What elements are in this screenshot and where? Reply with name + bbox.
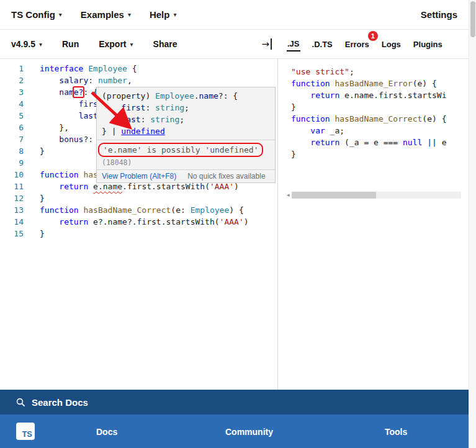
code-token: salary [59, 76, 88, 85]
errors-count-badge: 1 [368, 31, 378, 41]
run-button[interactable]: Run [62, 39, 79, 49]
line-number: 8 [0, 145, 24, 157]
export-button[interactable]: Export ▾ [99, 39, 133, 49]
code-line: 15} [0, 228, 277, 240]
code-token: { [127, 64, 137, 73]
code-token [291, 126, 310, 135]
ts-logo[interactable]: TS [16, 423, 35, 440]
footer-link-docs[interactable]: Docs [96, 427, 117, 437]
code-line: first: string; [102, 102, 270, 114]
version-selector[interactable]: v4.9.5 ▾ [11, 39, 42, 49]
code-token: : [88, 76, 98, 85]
tab-plugins[interactable]: Plugins [413, 38, 443, 51]
line-number: 1 [0, 63, 24, 74]
nav-examples[interactable]: Examples ▾ [81, 9, 131, 20]
scrollbar-track[interactable] [292, 192, 461, 199]
search-docs-bar[interactable]: Search Docs [0, 390, 469, 414]
editor-toolbar: v4.9.5 ▾ Run Export ▾ Share → [0, 30, 278, 58]
code-token: nam [59, 87, 73, 97]
code-token: hasBadName_Correct [83, 205, 171, 215]
code-token: (e: [171, 205, 190, 215]
code-line: } [291, 148, 464, 160]
code-token: function [40, 170, 79, 179]
collapse-sidebar-icon[interactable]: → [261, 38, 272, 50]
code-token: ) [234, 182, 239, 191]
code-token: (e) { [413, 79, 437, 88]
code-editor[interactable]: 1interface Employee {2 salary: number,3 … [0, 59, 278, 390]
tab-logs[interactable]: Logs [381, 38, 402, 51]
code-token: hasBadName_Correct [335, 114, 422, 123]
line-number: 7 [0, 133, 24, 145]
tooltip-actions-bar: View Problem (Alt+F8) No quick fixes ava… [97, 169, 275, 182]
code-token: e.name [93, 182, 122, 191]
vertical-scrollbar-thumb[interactable] [470, 1, 475, 37]
output-tabs: .JS .D.TS Errors 1 Logs Plugins [278, 30, 469, 58]
tab-dts[interactable]: .D.TS [312, 38, 333, 51]
code-token: .first.startsWith( [122, 182, 210, 191]
line-number: 5 [0, 110, 24, 122]
code-token [40, 182, 59, 191]
tab-js[interactable]: .JS [287, 37, 300, 52]
code-token: e? [74, 87, 84, 97]
view-problem-link[interactable]: View Problem (Alt+F8) [102, 172, 176, 181]
code-token [102, 115, 121, 124]
line-number: 13 [0, 204, 24, 216]
nav-ts-config[interactable]: TS Config ▾ [11, 9, 62, 20]
code-token: first [121, 103, 145, 112]
code-token: hasBadName_Error [335, 79, 412, 88]
code-token: "use strict" [291, 67, 349, 76]
code-token: 'AAA' [210, 182, 234, 191]
code-token: last [79, 111, 98, 120]
code-token: Employee [88, 64, 127, 73]
footer-link-tools[interactable]: Tools [385, 427, 407, 437]
code-token: , [127, 76, 132, 85]
output-horizontal-scrollbar: ◂ [287, 191, 461, 199]
code-token: } [291, 150, 296, 159]
error-message: 'e.name' is possibly 'undefined' [98, 143, 263, 157]
line-number: 11 [0, 181, 24, 192]
search-icon [16, 398, 25, 407]
line-number: 3 [0, 86, 24, 98]
settings-button[interactable]: Settings [421, 9, 457, 20]
code-token: function [40, 205, 79, 215]
code-token: ) [244, 217, 249, 226]
search-docs-label: Search Docs [32, 397, 88, 408]
nav-examples-label: Examples [81, 9, 124, 20]
code-token: string [150, 115, 179, 124]
code-token: || e [422, 138, 446, 147]
code-token: var [310, 126, 325, 135]
code-token [88, 182, 93, 191]
code-line: 12} [0, 192, 277, 204]
code-token: } [291, 102, 296, 112]
footer-link-community[interactable]: Community [225, 427, 273, 437]
code-token: number [98, 76, 127, 85]
line-number: 10 [0, 169, 24, 181]
js-output-panel[interactable]: "use strict";function hasBadName_Error(e… [278, 59, 469, 390]
code-token [291, 91, 310, 100]
code-token [40, 99, 79, 109]
version-label: v4.9.5 [11, 39, 35, 49]
code-token: ; [179, 115, 184, 124]
site-footer: TS Docs Community Tools [0, 414, 469, 448]
code-line: } [291, 101, 464, 113]
export-label: Export [99, 39, 126, 49]
scrollbar-thumb[interactable] [292, 192, 377, 199]
share-button[interactable]: Share [153, 39, 177, 49]
code-line: return e.name.first.startsWi [291, 89, 464, 101]
line-number: 4 [0, 98, 24, 110]
code-token: _a; [325, 126, 344, 135]
code-line: 13function hasBadName_Correct(e: Employe… [0, 204, 277, 216]
code-line: 2 salary: number, [0, 74, 277, 86]
hover-tooltip: (property) Employee.name?: { first: stri… [96, 87, 276, 183]
tab-errors[interactable]: Errors 1 [344, 38, 370, 51]
scroll-left-icon[interactable]: ◂ [287, 191, 290, 199]
nav-help[interactable]: Help ▾ [150, 9, 177, 20]
code-token [102, 103, 121, 112]
page-vertical-scrollbar[interactable] [469, 0, 476, 448]
code-token: return [59, 217, 88, 226]
code-token [40, 135, 59, 144]
code-line: } | undefined [102, 125, 270, 137]
code-line: 1interface Employee { [0, 63, 277, 74]
code-token [291, 138, 310, 147]
line-number: 14 [0, 216, 24, 228]
